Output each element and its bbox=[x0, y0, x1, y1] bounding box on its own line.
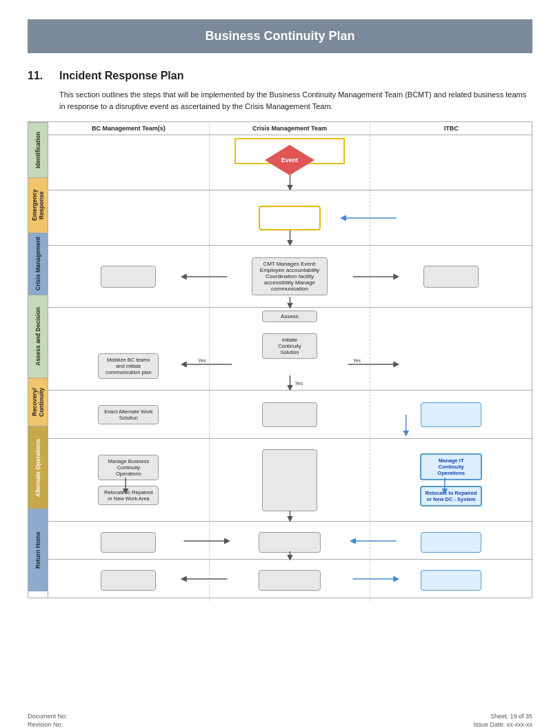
emergency-cmt-box bbox=[259, 206, 321, 230]
doc-no-label: Document No: bbox=[28, 713, 68, 720]
initiate-text: Initiate Continuity Solution bbox=[278, 337, 301, 355]
section-title-row: 11. Incident Response Plan bbox=[28, 70, 532, 82]
column-headers: BC Management Team(s) Crisis Management … bbox=[48, 122, 532, 135]
cell-cr-bc bbox=[48, 246, 210, 307]
assess-box: Assess bbox=[262, 311, 317, 322]
flowchart: Identification Emergency Response Crisis… bbox=[28, 121, 532, 598]
row-assess: Mobilize BC teams and initiate communica… bbox=[48, 308, 532, 391]
row-identification: Event bbox=[48, 135, 532, 190]
cell-id-cmt: Event bbox=[210, 135, 371, 190]
footer-right: Sheet: 19 of 35 Issue Date: xx-xxx-xx bbox=[473, 713, 532, 728]
cell-ret2-itbc bbox=[370, 560, 532, 601]
col-header-cmt: Crisis Management Team bbox=[210, 122, 371, 135]
crisis-cmt-box: CMT Manages Event: Employee accountabili… bbox=[252, 257, 328, 295]
cell-ret2-bc bbox=[48, 560, 210, 601]
cell-id-itbc bbox=[370, 135, 532, 190]
cell-rc-bc: Enact Alternate Work Solution bbox=[48, 391, 210, 438]
manage-bc-ops-box: Manage Business Continuity Operations bbox=[98, 455, 159, 480]
lane-labels: Identification Emergency Response Crisis… bbox=[28, 122, 48, 598]
enact-alternate-box: Enact Alternate Work Solution bbox=[98, 405, 159, 424]
col-header-itbc: ITBC bbox=[370, 122, 532, 135]
return1-bc-box bbox=[101, 532, 156, 553]
cell-as-itbc bbox=[370, 308, 532, 390]
cell-alt-itbc: Manage IT Continuity Operations Relocate… bbox=[370, 439, 532, 521]
row-emergency bbox=[48, 190, 532, 246]
lane-assess: Assess and Decision bbox=[28, 295, 48, 377]
lane-crisis: Crisis Management bbox=[28, 233, 48, 295]
row-alternate: Manage Business Continuity Operations Re… bbox=[48, 439, 532, 522]
relocate-dc-text: Relocate to Repaired or New DC - System bbox=[426, 490, 477, 502]
lane-recovery: Recovery/ Continuity bbox=[28, 377, 48, 426]
sheet-label: Sheet: 19 of 35 bbox=[490, 713, 532, 720]
cell-ret1-cmt bbox=[210, 522, 371, 563]
enact-text: Enact Alternate Work Solution bbox=[104, 409, 152, 421]
return2-cmt-box bbox=[259, 570, 321, 591]
crisis-itbc-box bbox=[423, 266, 479, 288]
cell-rc-cmt bbox=[210, 391, 371, 438]
cell-as-cmt: Assess Initiate Continuity Solution bbox=[210, 308, 371, 390]
mobilize-bc-box: Mobilize BC teams and initiate communica… bbox=[98, 353, 159, 379]
crisis-bc-box bbox=[101, 266, 156, 288]
cell-id-bc bbox=[48, 135, 210, 190]
page: Business Continuity Plan 11. Incident Re… bbox=[0, 19, 560, 728]
relocate-work-box: Relocate to Repaired or New Work Area bbox=[98, 486, 159, 505]
cell-em-cmt bbox=[210, 190, 371, 245]
flowchart-content: BC Management Team(s) Crisis Management … bbox=[48, 122, 532, 598]
cell-ret1-bc bbox=[48, 522, 210, 563]
return2-bc-box bbox=[101, 570, 156, 591]
recovery-cmt-box bbox=[262, 402, 317, 427]
lane-alternate: Alternate Operations bbox=[28, 426, 48, 509]
row-recovery: Enact Alternate Work Solution bbox=[48, 391, 532, 439]
initiate-continuity-box: Initiate Continuity Solution bbox=[262, 333, 317, 359]
issue-date-label: Issue Date: xx-xxx-xx bbox=[473, 721, 532, 728]
manage-it-text: Manage IT Continuity Operations bbox=[437, 458, 465, 476]
alt-cmt-box bbox=[262, 449, 317, 511]
section-heading: Incident Response Plan bbox=[59, 70, 183, 82]
cell-rc-itbc bbox=[370, 391, 532, 438]
cell-ret2-cmt bbox=[210, 560, 371, 601]
cell-em-itbc bbox=[370, 190, 532, 245]
lane-emergency: Emergency Response bbox=[28, 177, 48, 233]
relocate-work-text: Relocate to Repaired or New Work Area bbox=[104, 489, 152, 502]
event-diamond: Event bbox=[265, 145, 314, 175]
cell-alt-cmt bbox=[210, 439, 371, 521]
lane-identification: Identification bbox=[28, 122, 48, 177]
cmt-manages-text: CMT Manages Event: Employee accountabili… bbox=[260, 261, 319, 292]
manage-it-box: Manage IT Continuity Operations bbox=[420, 453, 482, 480]
relocate-dc-box: Relocate to Repaired or New DC - System bbox=[420, 486, 482, 506]
section-number: 11. bbox=[28, 70, 48, 82]
manage-bc-text: Manage Business Continuity Operations bbox=[108, 458, 150, 477]
cell-em-bc bbox=[48, 190, 210, 245]
footer: Document No: Revision No: Sheet: 19 of 3… bbox=[28, 713, 532, 728]
lane-return: Return Home bbox=[28, 509, 48, 591]
return2-itbc-box bbox=[421, 570, 481, 591]
row-crisis: CMT Manages Event: Employee accountabili… bbox=[48, 246, 532, 308]
col-header-bc: BC Management Team(s) bbox=[48, 122, 210, 135]
page-header: Business Continuity Plan bbox=[28, 19, 532, 53]
mobilize-text: Mobilize BC teams and initiate communica… bbox=[106, 357, 152, 375]
cell-cr-cmt: CMT Manages Event: Employee accountabili… bbox=[210, 246, 371, 307]
row-return1 bbox=[48, 522, 532, 560]
intro-paragraph: This section outlines the steps that wil… bbox=[59, 89, 532, 112]
cell-cr-itbc bbox=[370, 246, 532, 307]
return1-itbc-box bbox=[421, 532, 481, 553]
cell-alt-bc: Manage Business Continuity Operations Re… bbox=[48, 439, 210, 521]
return1-cmt-box bbox=[259, 532, 321, 553]
cell-as-bc: Mobilize BC teams and initiate communica… bbox=[48, 308, 210, 390]
footer-left: Document No: Revision No: bbox=[28, 713, 68, 728]
cell-ret1-itbc bbox=[370, 522, 532, 563]
header-title: Business Continuity Plan bbox=[205, 29, 354, 43]
recovery-itbc-box bbox=[421, 402, 481, 427]
row-return2 bbox=[48, 560, 532, 598]
revision-label: Revision No: bbox=[28, 721, 68, 728]
